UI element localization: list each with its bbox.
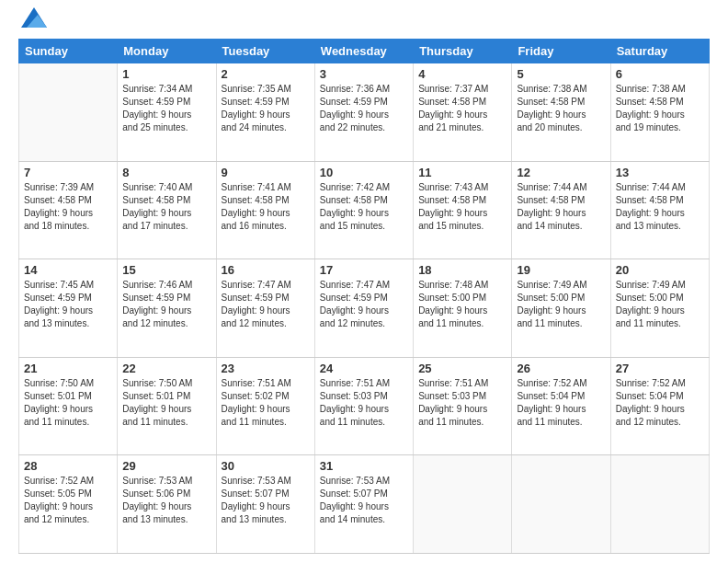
day-cell: 1Sunrise: 7:34 AM Sunset: 4:59 PM Daylig… <box>118 63 216 162</box>
day-info: Sunrise: 7:41 AM Sunset: 4:58 PM Dayligh… <box>222 181 310 233</box>
day-number: 4 <box>418 67 506 81</box>
day-info: Sunrise: 7:49 AM Sunset: 5:00 PM Dayligh… <box>616 279 704 330</box>
day-header-sunday: Sunday <box>19 40 118 63</box>
day-cell: 12Sunrise: 7:44 AM Sunset: 4:58 PM Dayli… <box>512 161 610 259</box>
day-number: 8 <box>122 166 210 179</box>
day-info: Sunrise: 7:52 AM Sunset: 5:04 PM Dayligh… <box>616 377 704 429</box>
day-cell: 7Sunrise: 7:39 AM Sunset: 4:58 PM Daylig… <box>19 161 118 259</box>
day-cell <box>414 455 512 554</box>
day-cell: 4Sunrise: 7:37 AM Sunset: 4:58 PM Daylig… <box>414 63 512 162</box>
day-number: 18 <box>418 263 506 277</box>
day-cell: 20Sunrise: 7:49 AM Sunset: 5:00 PM Dayli… <box>610 259 709 358</box>
day-number: 10 <box>320 166 408 179</box>
logo-icon <box>21 7 47 31</box>
day-cell: 5Sunrise: 7:38 AM Sunset: 4:58 PM Daylig… <box>512 63 610 162</box>
day-info: Sunrise: 7:44 AM Sunset: 4:58 PM Dayligh… <box>517 181 605 233</box>
day-cell: 14Sunrise: 7:45 AM Sunset: 4:59 PM Dayli… <box>19 259 118 358</box>
day-cell: 6Sunrise: 7:38 AM Sunset: 4:58 PM Daylig… <box>610 63 709 162</box>
day-number: 15 <box>122 263 210 277</box>
day-info: Sunrise: 7:38 AM Sunset: 4:58 PM Dayligh… <box>517 83 605 134</box>
day-cell: 8Sunrise: 7:40 AM Sunset: 4:58 PM Daylig… <box>118 161 216 259</box>
header <box>18 15 710 31</box>
day-info: Sunrise: 7:43 AM Sunset: 4:58 PM Dayligh… <box>418 181 506 233</box>
header-row: SundayMondayTuesdayWednesdayThursdayFrid… <box>19 40 710 63</box>
day-number: 7 <box>24 166 112 179</box>
day-number: 26 <box>517 362 605 375</box>
day-number: 9 <box>222 166 310 179</box>
day-info: Sunrise: 7:35 AM Sunset: 4:59 PM Dayligh… <box>222 83 310 134</box>
day-info: Sunrise: 7:53 AM Sunset: 5:07 PM Dayligh… <box>320 475 408 526</box>
day-number: 13 <box>616 166 704 179</box>
day-info: Sunrise: 7:44 AM Sunset: 4:58 PM Dayligh… <box>616 181 704 233</box>
day-cell <box>19 63 118 162</box>
day-number: 14 <box>24 263 112 277</box>
day-header-friday: Friday <box>512 40 610 63</box>
day-cell: 2Sunrise: 7:35 AM Sunset: 4:59 PM Daylig… <box>216 63 314 162</box>
day-cell: 24Sunrise: 7:51 AM Sunset: 5:03 PM Dayli… <box>314 357 413 455</box>
day-cell: 23Sunrise: 7:51 AM Sunset: 5:02 PM Dayli… <box>216 357 314 455</box>
day-info: Sunrise: 7:51 AM Sunset: 5:03 PM Dayligh… <box>320 377 408 429</box>
day-cell: 3Sunrise: 7:36 AM Sunset: 4:59 PM Daylig… <box>314 63 413 162</box>
day-number: 12 <box>517 166 605 179</box>
day-number: 17 <box>320 263 408 277</box>
day-cell: 18Sunrise: 7:48 AM Sunset: 5:00 PM Dayli… <box>414 259 512 358</box>
day-info: Sunrise: 7:49 AM Sunset: 5:00 PM Dayligh… <box>517 279 605 330</box>
day-cell: 27Sunrise: 7:52 AM Sunset: 5:04 PM Dayli… <box>610 357 709 455</box>
day-info: Sunrise: 7:42 AM Sunset: 4:58 PM Dayligh… <box>320 181 408 233</box>
day-info: Sunrise: 7:50 AM Sunset: 5:01 PM Dayligh… <box>24 377 112 429</box>
day-info: Sunrise: 7:53 AM Sunset: 5:06 PM Dayligh… <box>122 475 210 526</box>
day-number: 6 <box>616 67 704 81</box>
day-info: Sunrise: 7:52 AM Sunset: 5:04 PM Dayligh… <box>517 377 605 429</box>
day-number: 22 <box>122 362 210 375</box>
day-info: Sunrise: 7:53 AM Sunset: 5:07 PM Dayligh… <box>222 475 310 526</box>
day-number: 23 <box>222 362 310 375</box>
day-cell <box>610 455 709 554</box>
day-info: Sunrise: 7:47 AM Sunset: 4:59 PM Dayligh… <box>222 279 310 330</box>
day-number: 25 <box>418 362 506 375</box>
day-cell: 31Sunrise: 7:53 AM Sunset: 5:07 PM Dayli… <box>314 455 413 554</box>
day-cell: 29Sunrise: 7:53 AM Sunset: 5:06 PM Dayli… <box>118 455 216 554</box>
day-info: Sunrise: 7:45 AM Sunset: 4:59 PM Dayligh… <box>24 279 112 330</box>
day-info: Sunrise: 7:34 AM Sunset: 4:59 PM Dayligh… <box>122 83 210 134</box>
day-cell: 13Sunrise: 7:44 AM Sunset: 4:58 PM Dayli… <box>610 161 709 259</box>
day-cell: 25Sunrise: 7:51 AM Sunset: 5:03 PM Dayli… <box>414 357 512 455</box>
day-cell: 21Sunrise: 7:50 AM Sunset: 5:01 PM Dayli… <box>19 357 118 455</box>
day-info: Sunrise: 7:47 AM Sunset: 4:59 PM Dayligh… <box>320 279 408 330</box>
week-row-3: 14Sunrise: 7:45 AM Sunset: 4:59 PM Dayli… <box>19 259 710 358</box>
day-info: Sunrise: 7:50 AM Sunset: 5:01 PM Dayligh… <box>122 377 210 429</box>
day-info: Sunrise: 7:37 AM Sunset: 4:58 PM Dayligh… <box>418 83 506 134</box>
day-number: 2 <box>222 67 310 81</box>
day-number: 3 <box>320 67 408 81</box>
calendar-table: SundayMondayTuesdayWednesdayThursdayFrid… <box>18 39 710 554</box>
page: SundayMondayTuesdayWednesdayThursdayFrid… <box>0 0 728 563</box>
day-header-wednesday: Wednesday <box>314 40 413 63</box>
day-cell: 11Sunrise: 7:43 AM Sunset: 4:58 PM Dayli… <box>414 161 512 259</box>
day-info: Sunrise: 7:48 AM Sunset: 5:00 PM Dayligh… <box>418 279 506 330</box>
day-number: 27 <box>616 362 704 375</box>
day-number: 24 <box>320 362 408 375</box>
day-cell: 19Sunrise: 7:49 AM Sunset: 5:00 PM Dayli… <box>512 259 610 358</box>
week-row-5: 28Sunrise: 7:52 AM Sunset: 5:05 PM Dayli… <box>19 455 710 554</box>
day-number: 21 <box>24 362 112 375</box>
day-number: 19 <box>517 263 605 277</box>
day-cell: 30Sunrise: 7:53 AM Sunset: 5:07 PM Dayli… <box>216 455 314 554</box>
day-number: 31 <box>320 459 408 473</box>
day-cell: 16Sunrise: 7:47 AM Sunset: 4:59 PM Dayli… <box>216 259 314 358</box>
week-row-4: 21Sunrise: 7:50 AM Sunset: 5:01 PM Dayli… <box>19 357 710 455</box>
day-header-thursday: Thursday <box>414 40 512 63</box>
day-cell <box>512 455 610 554</box>
day-info: Sunrise: 7:51 AM Sunset: 5:03 PM Dayligh… <box>418 377 506 429</box>
week-row-1: 1Sunrise: 7:34 AM Sunset: 4:59 PM Daylig… <box>19 63 710 162</box>
day-info: Sunrise: 7:36 AM Sunset: 4:59 PM Dayligh… <box>320 83 408 134</box>
day-info: Sunrise: 7:39 AM Sunset: 4:58 PM Dayligh… <box>24 181 112 233</box>
day-info: Sunrise: 7:51 AM Sunset: 5:02 PM Dayligh… <box>222 377 310 429</box>
day-cell: 17Sunrise: 7:47 AM Sunset: 4:59 PM Dayli… <box>314 259 413 358</box>
day-cell: 9Sunrise: 7:41 AM Sunset: 4:58 PM Daylig… <box>216 161 314 259</box>
day-number: 30 <box>222 459 310 473</box>
day-number: 5 <box>517 67 605 81</box>
day-cell: 15Sunrise: 7:46 AM Sunset: 4:59 PM Dayli… <box>118 259 216 358</box>
day-cell: 26Sunrise: 7:52 AM Sunset: 5:04 PM Dayli… <box>512 357 610 455</box>
day-info: Sunrise: 7:46 AM Sunset: 4:59 PM Dayligh… <box>122 279 210 330</box>
day-header-saturday: Saturday <box>610 40 709 63</box>
day-header-monday: Monday <box>118 40 216 63</box>
